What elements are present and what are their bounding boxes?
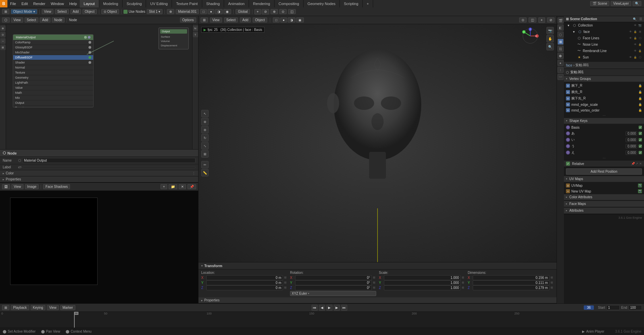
scale-x-val[interactable]: 1.000 [384, 275, 461, 280]
current-frame-indicator[interactable]: 36 [584, 305, 594, 310]
add-menu-btn[interactable]: Add [70, 9, 81, 14]
tab-rendering[interactable]: Rendering [249, 0, 275, 7]
view-menu-btn[interactable]: View [42, 9, 54, 14]
scene-collection-search[interactable]: 🔍 [633, 17, 637, 21]
vp-hand-btn[interactable]: ✋ [546, 35, 554, 42]
vertex-groups-section[interactable]: ▾ Vertex Groups [564, 76, 644, 82]
vgroup-lock-1[interactable]: 🔒 [638, 90, 642, 94]
vp-overlay-btn[interactable]: ⊙ [519, 17, 527, 23]
blender-logo[interactable]: B [0, 0, 7, 7]
editor-type-btn[interactable]: ⊞ [2, 9, 9, 14]
relative-checkbox[interactable]: ✓ [566, 162, 570, 166]
shape-key-3[interactable]: ⬡ う 0.000 ✓ [564, 143, 644, 150]
tab-layout[interactable]: Layout [80, 0, 99, 7]
img-add-btn[interactable]: + [160, 184, 167, 189]
tab-compositing[interactable]: Compositing [275, 0, 303, 7]
timeline-track-area[interactable]: 0 50 100 150 200 250 36 [0, 312, 644, 328]
face-maps-section[interactable]: ▸ Face Maps [564, 201, 644, 207]
shape-key-2[interactable]: ⬡ い 0.000 ✓ [564, 137, 644, 143]
img-editor-type[interactable]: 🖼 [2, 184, 10, 189]
vgroup-lock-4[interactable]: 🔒 [638, 109, 642, 112]
proportional-edit-btn[interactable]: ⊘ [262, 9, 269, 14]
uv-map-1[interactable]: + New UV Map 📷 [564, 189, 644, 194]
vgroup-lock-3[interactable]: 🔒 [638, 103, 642, 106]
vp-tool-transform[interactable]: ⊠ [201, 150, 209, 158]
loc-z-val[interactable]: 0 m [206, 285, 283, 290]
dim-y-val[interactable]: 0.111 m [473, 280, 549, 285]
tree-scene-collection[interactable]: ▾ ⬡ Collection 👁 📷 [564, 22, 644, 29]
facelines-eye[interactable]: 👁 [629, 36, 633, 40]
properties-section[interactable]: ▸ Properties [0, 176, 198, 182]
vp-cam-btn[interactable]: 📷 [546, 27, 554, 34]
r-physics-btn[interactable]: 〰 [558, 74, 564, 80]
facelines-extra[interactable]: ⬡ [638, 36, 642, 40]
node-item-12[interactable]: Output [13, 100, 93, 106]
node-options-btn[interactable]: Options [180, 17, 196, 23]
node-tool-1[interactable]: ⊕ [0, 26, 6, 31]
vp-proportional-btn[interactable]: ⊘ [547, 17, 554, 23]
node-item-7[interactable]: Geometry [13, 75, 93, 80]
node-item-9[interactable]: Value [13, 85, 93, 90]
name-input[interactable]: Material Output [22, 158, 195, 163]
material-slot-btn[interactable]: Material.001 [176, 9, 199, 14]
scene-filter-btn[interactable]: ☰ [639, 17, 642, 21]
face-eye[interactable]: 👁 [629, 30, 633, 34]
vp-tool-annotate[interactable]: ✏ [201, 161, 209, 168]
rot-y-val[interactable]: 0° [295, 280, 372, 285]
shape-keys-section[interactable]: ▾ Shape Keys [564, 118, 644, 124]
tree-face[interactable]: ▾ ⬡ face 👁 🔒 ⊞ [564, 29, 644, 35]
menu-help[interactable]: Help [67, 0, 80, 7]
timeline-marker-btn[interactable]: Marker [60, 305, 75, 310]
rembrandt-eye[interactable]: 👁 [633, 49, 637, 53]
r-material-btn[interactable]: ● [558, 60, 564, 66]
start-frame-input[interactable]: 1 [606, 305, 620, 310]
facelines-lock[interactable]: 🔒 [633, 36, 637, 40]
node-view-btn[interactable]: View [11, 17, 23, 23]
timeline-type-btn[interactable]: ⊞ [2, 305, 9, 310]
viewport-3d[interactable]: ▶ fps: 25 (36) Collection | face : Basis… [199, 24, 557, 262]
node-item-6[interactable]: Texture [13, 70, 93, 75]
node-canvas[interactable]: MaterialOutput ColorRamp [6, 24, 192, 149]
r-data-btn[interactable]: ⬢ [558, 53, 564, 59]
tab-animation[interactable]: Animation [224, 0, 249, 7]
dim-x-val[interactable]: 0.156 m [473, 275, 549, 280]
sun-lock[interactable]: 🔒 [633, 55, 637, 59]
menu-render[interactable]: Render [31, 0, 48, 7]
uv-action-1[interactable]: 📷 [638, 189, 642, 193]
img-face-shadows[interactable]: Face Shadows [43, 184, 70, 189]
tab-uv-editing[interactable]: UV Editing [146, 0, 172, 7]
viewlayer-selector[interactable]: ViewLayer [611, 1, 631, 6]
shape-key-0[interactable]: ⬡ Basis ✓ [564, 125, 644, 130]
r-constraint-btn[interactable]: ⛓ [558, 46, 564, 52]
vgroup-lock-0[interactable]: 🔒 [638, 84, 642, 87]
jump-start-btn[interactable]: ⏮ [312, 305, 318, 311]
vp-wire-btn[interactable]: □ [273, 17, 280, 23]
node-item-10[interactable]: Math [13, 90, 93, 95]
vp-xray-btn[interactable]: ◫ [529, 17, 536, 23]
sk-check-4[interactable]: ✓ [639, 151, 642, 154]
jump-end-btn[interactable]: ⏭ [341, 305, 347, 311]
tab-geometry-nodes[interactable]: Geometry Nodes [303, 0, 340, 7]
node-add-btn[interactable]: Add [40, 17, 50, 23]
dim-z-val[interactable]: 0.179 m [473, 285, 549, 290]
collection-cam[interactable]: 📷 [638, 23, 642, 27]
tab-texture-paint[interactable]: Texture Paint [172, 0, 202, 7]
face-render[interactable]: ⊞ [638, 30, 642, 34]
origin-btn[interactable]: ⊕ [167, 9, 174, 14]
image-canvas[interactable] [0, 191, 198, 303]
r-layer-btn[interactable]: ◧ [558, 25, 564, 31]
node-sidebar-2[interactable]: T [193, 32, 198, 37]
rendered-btn[interactable]: ◉ [223, 9, 231, 14]
scene-selector[interactable]: 🎬 Scene [590, 1, 609, 6]
vp-matprev-btn[interactable]: ◑ [288, 17, 295, 23]
node-tool-4[interactable]: ⊞ [0, 45, 6, 50]
color-attributes-section[interactable]: ▸ Color Attributes [564, 194, 644, 200]
vp-tool-rotate[interactable]: ↻ [201, 134, 209, 141]
label-input[interactable] [23, 167, 195, 168]
tree-face-lines[interactable]: ⬡ Face Lines 👁 🔒 ⬡ [564, 35, 644, 41]
vp-rendered-btn[interactable]: ◉ [296, 17, 304, 23]
tab-shading[interactable]: Shading [202, 0, 224, 7]
menu-file[interactable]: File [7, 0, 19, 7]
menu-window[interactable]: Window [48, 0, 67, 7]
add-rest-position-btn[interactable]: Add Rest Position [566, 168, 642, 175]
